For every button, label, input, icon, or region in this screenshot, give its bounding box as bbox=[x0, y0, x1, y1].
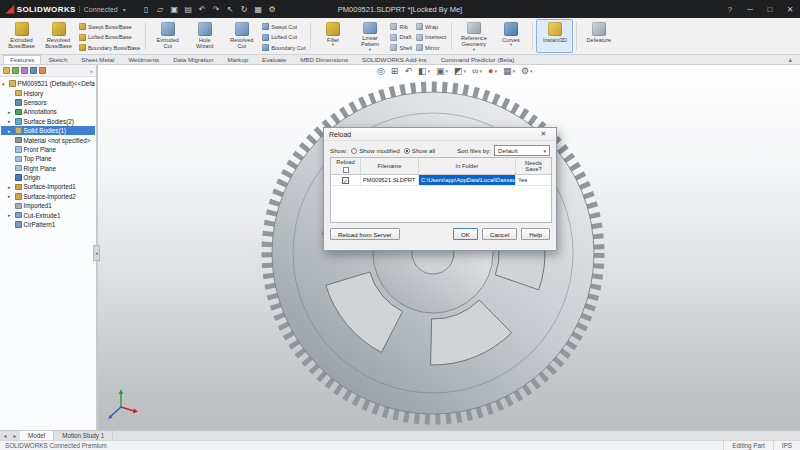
ribbon-button-intersect[interactable]: Intersect bbox=[416, 33, 446, 43]
zoom-area-icon[interactable]: ⊞ bbox=[390, 65, 400, 77]
panel-collapse-arrow[interactable]: ◂ bbox=[93, 245, 100, 261]
propertymanager-tab-icon[interactable] bbox=[12, 67, 19, 74]
tree-item-solid-bodies-1[interactable]: ▸Solid Bodies(1) bbox=[1, 126, 95, 135]
featuremanager-tab-icon[interactable] bbox=[3, 67, 10, 74]
help-button[interactable]: Help bbox=[521, 228, 550, 240]
tree-item-right-plane[interactable]: Right Plane bbox=[1, 164, 95, 173]
tree-item-material-not-specified[interactable]: Material <not specified> bbox=[1, 135, 95, 144]
in-folder-cell[interactable]: C:\Users\app\AppData\Local\DassaultSyste… bbox=[419, 175, 516, 185]
file-table-row[interactable]: ✓ PM009521.SLDPRT C:\Users\app\AppData\L… bbox=[331, 175, 551, 186]
view-orientation-icon[interactable]: ▣▾ bbox=[435, 65, 449, 77]
collapse-ribbon-icon[interactable]: ▴ bbox=[788, 55, 800, 64]
collapse-arrow-icon[interactable]: ▾ bbox=[2, 81, 7, 87]
tree-item-origin[interactable]: Origin bbox=[1, 173, 95, 182]
tree-item-cirpattern1[interactable]: CirPattern1 bbox=[1, 220, 95, 229]
ribbon-button-boundary-boss-base[interactable]: Boundary Boss/Base bbox=[79, 43, 140, 53]
tab-markup[interactable]: Markup bbox=[220, 55, 255, 64]
ribbon-button-curves[interactable]: Curves▾ bbox=[492, 19, 529, 53]
file-properties-icon[interactable]: ▦ bbox=[252, 2, 265, 16]
new-file-icon[interactable]: ▯ bbox=[140, 2, 153, 16]
radio-show-modified[interactable]: Show modified bbox=[351, 147, 400, 154]
undo-icon[interactable]: ↶ bbox=[196, 2, 209, 16]
ribbon-button-swept-boss-base[interactable]: Swept Boss/Base bbox=[79, 22, 140, 32]
ribbon-button-extruded-cut[interactable]: Extruded Cut bbox=[149, 19, 186, 53]
previous-view-icon[interactable]: ↶ bbox=[403, 65, 413, 77]
ribbon-button-extruded-boss-base[interactable]: Extruded Boss/Base bbox=[3, 19, 40, 53]
menu-caret-icon[interactable]: ▾ bbox=[123, 6, 126, 13]
ribbon-button-rib[interactable]: Rib bbox=[390, 22, 411, 32]
column-reload[interactable]: Reload bbox=[331, 158, 361, 174]
minimize-icon[interactable]: ─ bbox=[740, 0, 760, 18]
select-all-checkbox[interactable] bbox=[343, 167, 349, 173]
ribbon-button-mirror[interactable]: Mirror bbox=[416, 43, 446, 53]
configurationmanager-tab-icon[interactable] bbox=[21, 67, 28, 74]
ribbon-button-revolved-cut[interactable]: Revolved Cut bbox=[223, 19, 260, 53]
section-view-icon[interactable]: ◧▾ bbox=[417, 65, 431, 77]
scroll-tabs-left-icon[interactable]: ◂ bbox=[0, 431, 10, 440]
expand-arrow-icon[interactable]: ▸ bbox=[8, 193, 13, 199]
tree-item-history[interactable]: History bbox=[1, 88, 95, 97]
panel-more-icon[interactable]: » bbox=[90, 68, 93, 74]
options-icon[interactable]: ⚙ bbox=[266, 2, 279, 16]
ribbon-button-hole-wizard[interactable]: Hole Wizard bbox=[186, 19, 223, 53]
zoom-fit-icon[interactable]: ◎ bbox=[376, 65, 386, 77]
help-icon[interactable]: ? bbox=[720, 0, 740, 18]
expand-arrow-icon[interactable]: ▸ bbox=[8, 118, 13, 124]
reload-checkbox[interactable]: ✓ bbox=[342, 177, 349, 184]
ribbon-button-boundary-cut[interactable]: Boundary Cut bbox=[262, 43, 305, 53]
tab-weldments[interactable]: Weldments bbox=[121, 55, 166, 64]
expand-arrow-icon[interactable]: ▸ bbox=[8, 212, 13, 218]
dialog-title-bar[interactable]: Reload ✕ bbox=[324, 128, 556, 141]
tree-root-part[interactable]: ▾ PM009521 (Default)<<Default>_Displ bbox=[1, 79, 95, 88]
tree-item-front-plane[interactable]: Front Plane bbox=[1, 145, 95, 154]
units-selector[interactable]: IPS bbox=[773, 441, 800, 450]
ribbon-button-reference-geometry[interactable]: Reference Geometry▾ bbox=[455, 19, 492, 53]
tab-features[interactable]: Features bbox=[3, 55, 41, 64]
ribbon-button-fillet[interactable]: Fillet▾ bbox=[314, 19, 351, 53]
column-filename[interactable]: Filename bbox=[361, 158, 419, 174]
cancel-button[interactable]: Cancel bbox=[482, 228, 517, 240]
tree-item-cut-extrude1[interactable]: ▸Cut-Extrude1 bbox=[1, 210, 95, 219]
ribbon-button-draft[interactable]: Draft bbox=[390, 33, 411, 43]
ribbon-button-shell[interactable]: Shell bbox=[390, 43, 411, 53]
ribbon-button-instant3d[interactable]: Instant3D bbox=[536, 19, 573, 53]
tab-data-migration[interactable]: Data Migration bbox=[166, 55, 220, 64]
tab-evaluate[interactable]: Evaluate bbox=[255, 55, 293, 64]
maximize-icon[interactable]: □ bbox=[760, 0, 780, 18]
displaymanager-tab-icon[interactable] bbox=[39, 67, 46, 74]
print-icon[interactable]: ▤ bbox=[182, 2, 195, 16]
ribbon-button-wrap[interactable]: Wrap bbox=[416, 22, 446, 32]
dialog-close-icon[interactable]: ✕ bbox=[536, 130, 551, 138]
radio-show-all[interactable]: Show all bbox=[404, 147, 435, 154]
save-icon[interactable]: ▣ bbox=[168, 2, 181, 16]
ribbon-button-lofted-boss-base[interactable]: Lofted Boss/Base bbox=[79, 33, 140, 43]
tab-sketch[interactable]: Sketch bbox=[41, 55, 74, 64]
ok-button[interactable]: OK bbox=[453, 228, 478, 240]
ribbon-button-linear-pattern[interactable]: Linear Pattern▾ bbox=[351, 19, 388, 53]
open-file-icon[interactable]: ▱ bbox=[154, 2, 167, 16]
edit-appearance-icon[interactable]: ●▾ bbox=[487, 65, 498, 77]
tree-item-annotations[interactable]: ▸Annotations bbox=[1, 107, 95, 116]
tree-item-surface-imported2[interactable]: ▸Surface-Imported2 bbox=[1, 192, 95, 201]
filename-cell[interactable]: PM009521.SLDPRT bbox=[361, 175, 419, 185]
bottom-tab-model[interactable]: Model bbox=[20, 431, 54, 440]
tree-item-surface-bodies-2[interactable]: ▸Surface Bodies(2) bbox=[1, 117, 95, 126]
close-icon[interactable]: ✕ bbox=[780, 0, 800, 18]
ribbon-button-defeature[interactable]: Defeature bbox=[580, 19, 617, 53]
tab-sheet-metal[interactable]: Sheet Metal bbox=[74, 55, 121, 64]
view-settings-icon[interactable]: ⚙▾ bbox=[520, 65, 534, 77]
ribbon-button-lofted-cut[interactable]: Lofted Cut bbox=[262, 33, 305, 43]
rebuild-icon[interactable]: ↻ bbox=[238, 2, 251, 16]
bottom-tab-motion-study-1[interactable]: Motion Study 1 bbox=[54, 431, 113, 440]
redo-icon[interactable]: ↷ bbox=[210, 2, 223, 16]
display-style-icon[interactable]: ◩▾ bbox=[453, 65, 467, 77]
scroll-tabs-right-icon[interactable]: ▸ bbox=[10, 431, 20, 440]
sort-files-select[interactable]: Default ▾ bbox=[494, 145, 550, 156]
expand-arrow-icon[interactable]: ▸ bbox=[8, 109, 13, 115]
expand-arrow-icon[interactable]: ▸ bbox=[8, 184, 13, 190]
column-in-folder[interactable]: In Folder bbox=[419, 158, 516, 174]
column-needs-save[interactable]: Needs Save? bbox=[516, 158, 551, 174]
tab-command-predictor-beta[interactable]: Command Predictor (Beta) bbox=[434, 55, 522, 64]
dimxpertmanager-tab-icon[interactable] bbox=[30, 67, 37, 74]
ribbon-button-revolved-boss-base[interactable]: Revolved Boss/Base bbox=[40, 19, 77, 53]
